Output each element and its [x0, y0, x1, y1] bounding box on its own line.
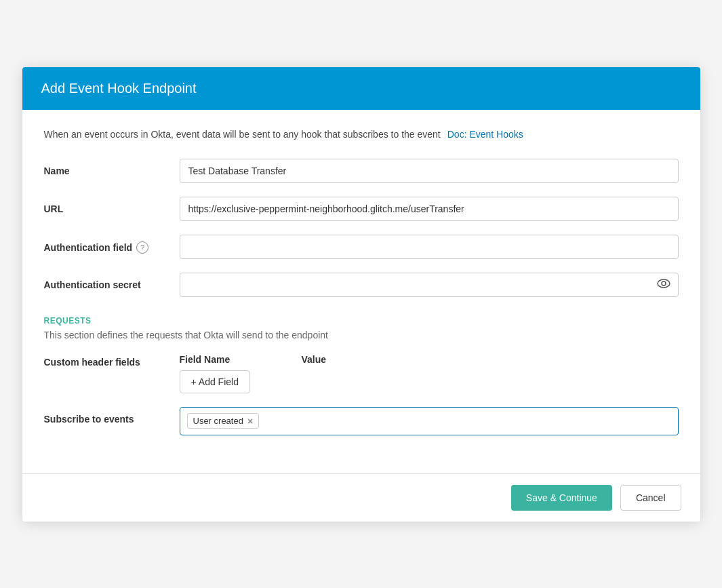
intro-text: When an event occurs in Okta, event data…	[44, 129, 679, 140]
help-icon[interactable]: ?	[136, 241, 148, 254]
auth-secret-input[interactable]	[180, 273, 679, 297]
modal-container: Add Event Hook Endpoint When an event oc…	[22, 67, 700, 522]
requests-desc: This section defines the requests that O…	[44, 330, 679, 340]
modal-title: Add Event Hook Endpoint	[41, 81, 681, 96]
auth-field-container	[180, 235, 679, 259]
subscribe-field: User created ×	[180, 407, 679, 435]
svg-point-0	[658, 279, 670, 288]
field-name-col-header: Field Name	[180, 354, 302, 365]
save-continue-button[interactable]: Save & Continue	[511, 485, 612, 511]
name-label: Name	[44, 159, 180, 176]
subscribe-label: Subscribe to events	[44, 407, 180, 425]
name-row: Name	[44, 159, 679, 183]
doc-link[interactable]: Doc: Event Hooks	[445, 129, 523, 140]
modal-header: Add Event Hook Endpoint	[22, 67, 700, 110]
eye-icon[interactable]	[657, 279, 670, 291]
user-created-tag: User created ×	[187, 413, 260, 429]
auth-field-label: Authentication field ?	[44, 235, 180, 254]
url-input[interactable]	[180, 197, 679, 221]
custom-header-label: Custom header fields	[44, 354, 180, 368]
custom-header-row: Custom header fields Field Name Value + …	[44, 354, 679, 393]
url-row: URL	[44, 197, 679, 221]
auth-secret-row: Authentication secret	[44, 273, 679, 297]
name-field	[180, 159, 679, 183]
custom-header-content: Field Name Value + Add Field	[180, 354, 679, 393]
subscribe-row: Subscribe to events User created ×	[44, 407, 679, 435]
requests-title: REQUESTS	[44, 316, 679, 326]
cancel-button[interactable]: Cancel	[620, 485, 681, 511]
value-col-header: Value	[302, 354, 327, 365]
svg-point-1	[662, 281, 666, 286]
url-label: URL	[44, 197, 180, 214]
modal-body: When an event occurs in Okta, event data…	[22, 110, 700, 473]
tag-remove-button[interactable]: ×	[247, 416, 253, 426]
url-field	[180, 197, 679, 221]
name-input[interactable]	[180, 159, 679, 183]
requests-section: REQUESTS This section defines the reques…	[44, 316, 679, 340]
modal-footer: Save & Continue Cancel	[22, 473, 700, 522]
col-headers: Field Name Value	[180, 354, 679, 365]
auth-secret-container	[180, 273, 679, 297]
auth-field-input[interactable]	[180, 235, 679, 259]
auth-secret-wrapper	[180, 273, 679, 297]
add-field-button[interactable]: + Add Field	[180, 370, 250, 393]
auth-field-row: Authentication field ?	[44, 235, 679, 259]
auth-secret-label: Authentication secret	[44, 273, 180, 290]
tags-input[interactable]: User created ×	[180, 407, 679, 435]
